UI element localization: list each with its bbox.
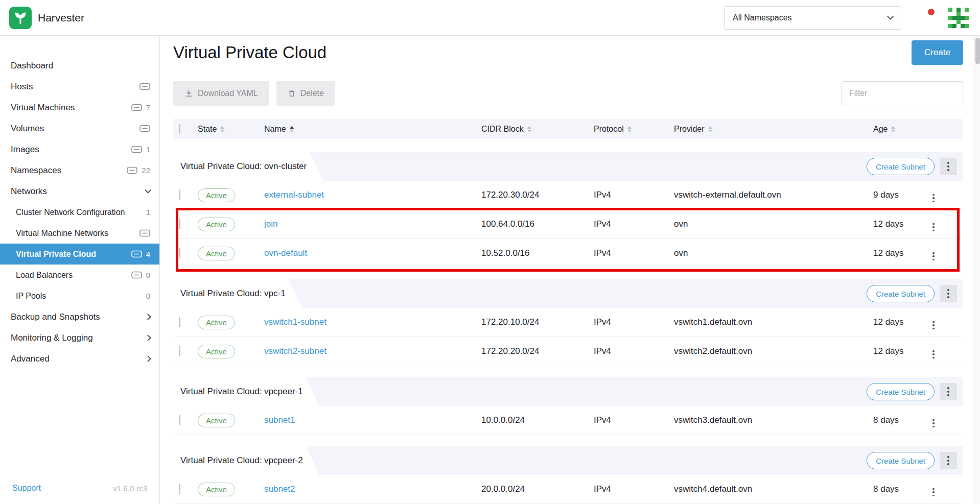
row-actions-cell <box>932 315 963 329</box>
sidebar-item-virtual-machines[interactable]: Virtual Machines7 <box>0 97 159 118</box>
subnet-link[interactable]: ovn-default <box>264 248 307 258</box>
row-checkbox[interactable] <box>179 248 180 258</box>
sidebar-item-networks[interactable]: Networks <box>0 181 159 202</box>
create-subnet-button[interactable]: Create Subnet <box>867 452 935 469</box>
kebab-dots-icon <box>932 419 935 428</box>
state-cell: Active <box>198 188 264 202</box>
row-checkbox[interactable] <box>179 346 180 356</box>
sidebar-item-virtual-private-cloud[interactable]: Virtual Private Cloud4 <box>0 244 159 265</box>
column-header-age[interactable]: Age <box>873 125 932 134</box>
table-row-vswitch1-subnet: Activevswitch1-subnet172.20.10.0/24IPv4v… <box>173 308 963 337</box>
sidebar-item-label: Volumes <box>11 124 139 134</box>
column-header-provider[interactable]: Provider <box>674 125 873 134</box>
delete-button[interactable]: Delete <box>276 81 335 106</box>
row-checkbox[interactable] <box>179 219 180 229</box>
group-menu-button[interactable] <box>940 452 957 469</box>
sidebar-item-backup-and-snapshots[interactable]: Backup and Snapshots <box>0 306 159 327</box>
sidebar-item-load-balancers[interactable]: Load Balancers0 <box>0 265 159 285</box>
row-menu-button[interactable] <box>932 350 935 359</box>
sidebar-item-meta <box>146 335 150 340</box>
sidebar-item-cluster-network-configuration[interactable]: Cluster Network Configuration1 <box>0 202 159 223</box>
group-menu-button[interactable] <box>940 158 957 175</box>
row-checkbox[interactable] <box>179 415 180 425</box>
row-checkbox[interactable] <box>179 484 180 494</box>
column-header-protocol[interactable]: Protocol <box>594 125 674 134</box>
status-badge: Active <box>198 316 235 329</box>
resource-count-icon <box>139 125 150 132</box>
column-label: Protocol <box>594 125 624 134</box>
sidebar-item-monitoring-logging[interactable]: Monitoring & Logging <box>0 327 159 348</box>
select-all-checkbox[interactable] <box>179 124 180 134</box>
download-icon <box>184 89 193 98</box>
group-menu-button[interactable] <box>940 285 957 302</box>
resource-count-icon <box>131 250 142 258</box>
age-cell: 12 days <box>873 317 932 327</box>
create-button[interactable]: Create <box>912 40 963 65</box>
sidebar-item-dashboard[interactable]: Dashboard <box>0 55 159 76</box>
provider-cell: vswitch-external.default.ovn <box>674 190 873 200</box>
kebab-dots-icon <box>947 162 949 171</box>
sidebar-item-hosts[interactable]: Hosts <box>0 76 159 97</box>
column-header-state[interactable]: State <box>198 125 264 134</box>
name-cell: external-subnet <box>264 190 481 200</box>
row-checkbox[interactable] <box>179 317 180 327</box>
subnet-link[interactable]: subnet2 <box>264 484 295 494</box>
column-header-cidr-block[interactable]: CIDR Block <box>481 125 594 134</box>
sort-icon <box>708 126 712 132</box>
group-title-tab: Virtual Private Cloud: ovn-cluster <box>173 152 310 181</box>
chevron-right-icon <box>145 355 151 362</box>
scrollbar-thumb[interactable] <box>975 38 980 64</box>
subnet-link[interactable]: join <box>264 219 277 229</box>
page-head: Virtual Private Cloud Create <box>173 40 963 65</box>
sidebar-item-volumes[interactable]: Volumes <box>0 118 159 139</box>
sidebar-item-advanced[interactable]: Advanced <box>0 348 159 369</box>
row-actions-cell <box>932 344 963 358</box>
row-menu-button[interactable] <box>932 194 935 203</box>
sidebar-item-meta: 4 <box>131 250 150 258</box>
sidebar-nav: DashboardHostsVirtual Machines7VolumesIm… <box>0 55 159 369</box>
download-yaml-button[interactable]: Download YAML <box>173 81 269 106</box>
row-menu-button[interactable] <box>932 252 935 261</box>
scrollbar[interactable] <box>974 36 980 504</box>
row-actions-cell <box>932 188 963 202</box>
subnet-link[interactable]: vswitch2-subnet <box>264 346 326 356</box>
cidr-block-cell: 20.0.0.0/24 <box>481 484 594 494</box>
toolbar: Download YAML Delete <box>173 81 963 106</box>
support-link[interactable]: Support <box>12 484 41 493</box>
group-title-tab: Virtual Private Cloud: vpcpeer-2 <box>173 446 306 475</box>
sidebar-item-label: Backup and Snapshots <box>11 312 146 322</box>
sidebar-item-count: 22 <box>142 166 150 175</box>
sidebar-item-virtual-machine-networks[interactable]: Virtual Machine Networks <box>0 223 159 244</box>
row-menu-button[interactable] <box>932 223 935 232</box>
create-subnet-button[interactable]: Create Subnet <box>867 383 935 400</box>
sidebar-item-meta <box>139 83 150 90</box>
sidebar-item-ip-pools[interactable]: IP Pools0 <box>0 285 159 306</box>
sidebar-item-count: 4 <box>146 250 150 258</box>
brand[interactable]: Harvester <box>9 7 84 29</box>
sidebar-item-namespaces[interactable]: Namespaces22 <box>0 160 159 181</box>
create-subnet-button[interactable]: Create Subnet <box>867 285 935 302</box>
subnet-link[interactable]: external-subnet <box>264 190 324 200</box>
row-select-cell <box>173 248 198 258</box>
column-header-name[interactable]: Name <box>264 125 481 134</box>
protocol-cell: IPv4 <box>594 219 674 229</box>
sidebar-item-meta: 7 <box>131 103 150 112</box>
sidebar-item-images[interactable]: Images1 <box>0 139 159 160</box>
row-menu-button[interactable] <box>932 321 935 330</box>
row-checkbox[interactable] <box>179 189 180 200</box>
user-avatar[interactable] <box>948 8 969 28</box>
group-menu-button[interactable] <box>940 383 957 400</box>
state-cell: Active <box>198 316 264 329</box>
group-header: Virtual Private Cloud: ovn-clusterCreate… <box>173 152 963 181</box>
namespace-selector[interactable]: All Namespaces <box>724 6 901 30</box>
row-menu-button[interactable] <box>932 488 935 497</box>
row-menu-button[interactable] <box>932 419 935 428</box>
notification-dot[interactable] <box>928 9 935 15</box>
subnet-link[interactable]: vswitch1-subnet <box>264 317 326 327</box>
row-actions-cell <box>932 413 963 427</box>
resource-count-icon <box>139 229 150 237</box>
create-subnet-button[interactable]: Create Subnet <box>867 158 935 175</box>
filter-input[interactable] <box>842 81 963 105</box>
subnet-link[interactable]: subnet1 <box>264 415 295 425</box>
namespace-selector-value: All Namespaces <box>733 13 792 22</box>
